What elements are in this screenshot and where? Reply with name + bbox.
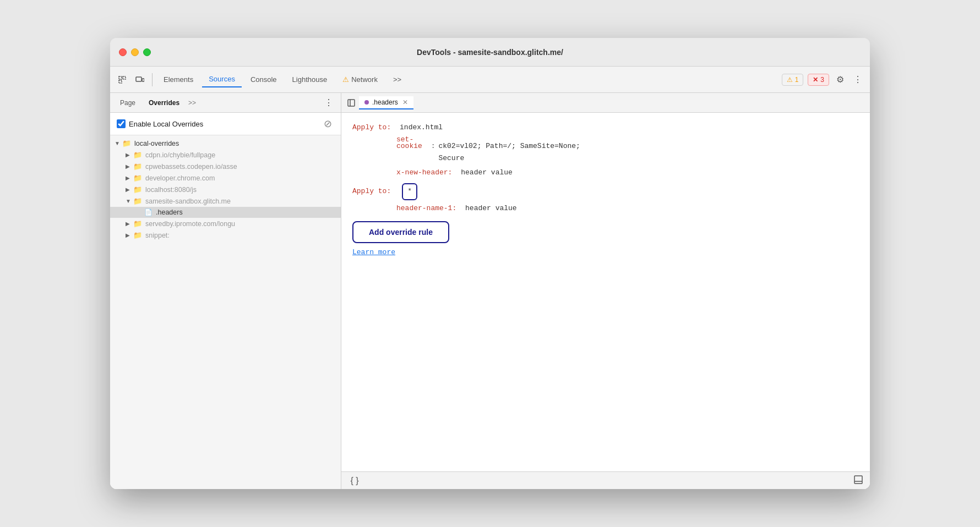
tab-elements[interactable]: Elements: [157, 72, 200, 87]
collapse-icon[interactable]: [344, 95, 359, 111]
close-button[interactable]: [119, 48, 127, 56]
tab-network[interactable]: ⚠Network: [336, 72, 384, 87]
tab-lighthouse[interactable]: Lighthouse: [286, 72, 334, 87]
settings-icon[interactable]: ⚙: [832, 72, 848, 87]
tree-item-devchrome[interactable]: ▶ 📁 developer.chrome.com: [110, 172, 341, 184]
tab-console[interactable]: Console: [244, 72, 284, 87]
warning-badge-count: 1: [795, 76, 799, 84]
set-cookie-bracket: :: [431, 140, 435, 152]
tree-item-snippet[interactable]: ▶ 📁 snippet:: [110, 229, 341, 241]
code-line-apply-1: Apply to: index.html: [352, 122, 859, 134]
x-new-header-key: x-new-header:: [396, 167, 452, 179]
folder-icon-devchrome: 📁: [133, 174, 142, 182]
svg-rect-1: [123, 76, 126, 79]
apply-to-2-space: [394, 185, 399, 197]
tree-arrow-cdpn: ▶: [126, 152, 131, 158]
enable-overrides-checkbox[interactable]: [117, 119, 126, 128]
tree-arrow-localhost: ▶: [126, 186, 131, 193]
svg-rect-3: [136, 77, 141, 81]
tree-item-cpweb[interactable]: ▶ 📁 cpwebassets.codepen.io/asse: [110, 161, 341, 172]
more-options-icon[interactable]: ⋮: [850, 72, 865, 87]
fullscreen-button[interactable]: [143, 48, 151, 56]
svg-rect-4: [142, 79, 144, 81]
file-icon-headers: 📄: [144, 208, 153, 216]
tree-item-cdpn[interactable]: ▶ 📁 cdpn.io/chybie/fullpage: [110, 149, 341, 161]
apply-to-2-cursor-input[interactable]: *: [402, 183, 417, 200]
panel-tabs-more[interactable]: >>: [188, 99, 196, 107]
svg-rect-7: [854, 476, 862, 484]
svg-rect-0: [119, 76, 122, 79]
left-panel: Page Overrides >> ⋮ Enable Local Overrid…: [110, 93, 341, 489]
dock-icon[interactable]: [853, 475, 863, 487]
tree-label-devchrome: developer.chrome.com: [145, 174, 215, 182]
enable-overrides-control: Enable Local Overrides: [117, 119, 203, 128]
tab-page[interactable]: Page: [115, 97, 141, 109]
tree-arrow-samesite: ▼: [126, 198, 131, 204]
tree-arrow-local-overrides: ▼: [115, 140, 120, 146]
traffic-lights: [119, 48, 151, 56]
add-override-rule-button[interactable]: Add override rule: [352, 221, 449, 243]
file-tree: ▼ 📁 local-overrides ▶ 📁 cdpn.io/chybie/f…: [110, 135, 341, 489]
device-toggle-icon[interactable]: [132, 72, 148, 87]
minimize-button[interactable]: [131, 48, 139, 56]
apply-to-1-key: Apply to:: [352, 122, 391, 134]
tree-label-snippet: snippet:: [145, 232, 170, 239]
folder-icon-samesite: 📁: [133, 197, 142, 205]
x-new-header-sep: [454, 167, 459, 179]
code-line-set-cookie-2: cookie : ck02=vl02; Path=/; SameSite=Non…: [352, 140, 859, 164]
error-badge-icon: ✕: [813, 76, 818, 84]
apply-to-2-key: Apply to:: [352, 185, 391, 197]
error-badge[interactable]: ✕ 3: [808, 74, 829, 86]
toolbar-divider-1: [152, 73, 153, 86]
apply-to-1-value: index.html: [400, 122, 443, 134]
devtools-container: Elements Sources Console Lighthouse ⚠Net…: [110, 67, 870, 489]
tree-label-samesite: samesite-sandbox.glitch.me: [145, 197, 231, 205]
set-cookie-key-2: cookie: [396, 140, 422, 152]
code-line-header-name-1: header-name-1: header value: [352, 202, 859, 215]
code-editor[interactable]: Apply to: index.html set- cookie :: [341, 113, 870, 471]
cursor-icon[interactable]: [115, 72, 130, 87]
clear-overrides-icon[interactable]: ⊘: [321, 117, 334, 130]
tree-item-samesite[interactable]: ▼ 📁 samesite-sandbox.glitch.me: [110, 195, 341, 207]
tree-item-servedby[interactable]: ▶ 📁 servedby.ipromote.com/longu: [110, 218, 341, 229]
tree-item-headers[interactable]: 📄 .headers: [110, 207, 341, 218]
format-icon[interactable]: { }: [348, 474, 361, 487]
warning-badge-icon: ⚠: [787, 76, 793, 84]
tree-item-localhost[interactable]: ▶ 📁 localhost:8080/js: [110, 184, 341, 195]
folder-icon-local-overrides: 📁: [122, 139, 131, 147]
file-tab-close-icon[interactable]: ✕: [402, 98, 408, 106]
warning-badge[interactable]: ⚠ 1: [782, 74, 804, 86]
set-cookie-value-1: ck02=vl02; Path=/; SameSite=None;: [438, 140, 580, 152]
title-bar: DevTools - samesite-sandbox.glitch.me/: [110, 38, 870, 67]
override-controls: Enable Local Overrides ⊘: [110, 113, 341, 135]
svg-rect-5: [348, 100, 355, 106]
header-name-1-key: header-name-1:: [396, 202, 456, 215]
learn-more-link[interactable]: Learn more: [352, 246, 859, 259]
tree-arrow-servedby: ▶: [126, 221, 131, 227]
tab-more[interactable]: >>: [386, 72, 408, 87]
code-line-apply-2: Apply to: *: [352, 183, 859, 200]
panel-options-icon[interactable]: ⋮: [321, 96, 336, 109]
header-name-1-value: header value: [465, 202, 517, 215]
tree-arrow-devchrome: ▶: [126, 175, 131, 181]
tab-overrides[interactable]: Overrides: [143, 97, 185, 109]
main-content: Page Overrides >> ⋮ Enable Local Overrid…: [110, 93, 870, 489]
tree-label-cpweb: cpwebassets.codepen.io/asse: [145, 163, 237, 171]
file-tab-headers[interactable]: .headers ✕: [359, 96, 413, 109]
network-warning-icon: ⚠: [342, 75, 349, 84]
tree-label-local-overrides: local-overrides: [134, 140, 179, 147]
tree-label-headers: .headers: [156, 208, 183, 216]
header-name-1-sep: [459, 202, 463, 215]
devtools-window: DevTools - samesite-sandbox.glitch.me/ E…: [110, 38, 870, 489]
window-title: DevTools - samesite-sandbox.glitch.me/: [417, 48, 563, 57]
tree-item-local-overrides[interactable]: ▼ 📁 local-overrides: [110, 138, 341, 149]
folder-icon-localhost: 📁: [133, 185, 142, 194]
tree-label-localhost: localhost:8080/js: [145, 186, 197, 194]
tab-sources[interactable]: Sources: [202, 72, 242, 87]
folder-icon-cpweb: 📁: [133, 162, 142, 171]
right-panel: .headers ✕ Apply to: index.html: [341, 93, 870, 489]
left-panel-tabs: Page Overrides >> ⋮: [110, 93, 341, 113]
set-cookie-sep: [424, 140, 429, 152]
error-badge-count: 3: [820, 76, 824, 84]
tree-arrow-cpweb: ▶: [126, 163, 131, 169]
